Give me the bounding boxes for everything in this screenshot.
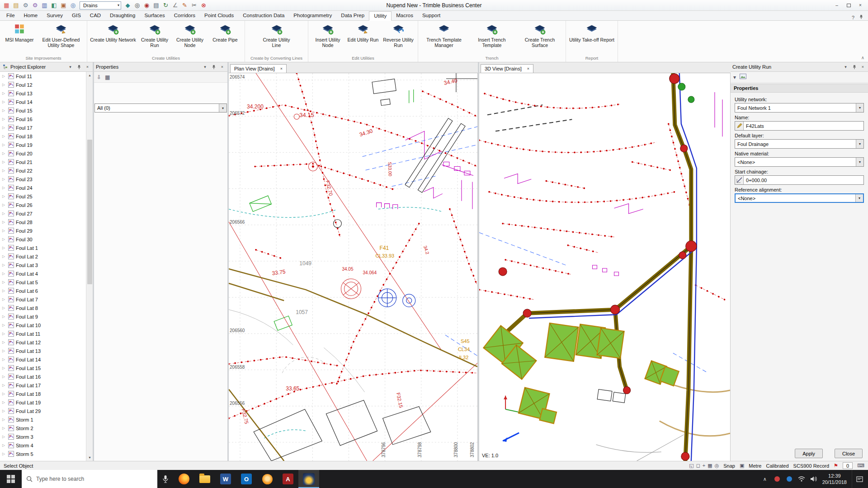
pin-icon[interactable]	[210, 65, 217, 70]
expander-icon[interactable]: ▷	[2, 74, 6, 78]
expander-icon[interactable]: ▷	[2, 83, 6, 87]
record-indicator[interactable]: SCS900 Record	[793, 463, 830, 469]
qat-import-icon[interactable]: ◧	[50, 1, 58, 9]
tab-draughting[interactable]: Draughting	[105, 11, 140, 20]
tab-gis[interactable]: GIS	[67, 11, 85, 20]
expander-icon[interactable]: ▷	[2, 220, 6, 224]
expander-icon[interactable]: ▷	[2, 314, 6, 319]
pin-icon[interactable]	[859, 14, 863, 20]
tab-surfaces[interactable]: Surfaces	[140, 11, 169, 20]
qat-tools-icon[interactable]: ⚙	[31, 1, 39, 9]
ribbon-button-msi-manager[interactable]: MSI Manager	[2, 22, 37, 55]
tree-item-foul-lat-17[interactable]: ▷Foul Lat 17	[0, 381, 93, 389]
ribbon-button-reverse-utility-run[interactable]: Reverse Utility Run	[381, 22, 416, 55]
expander-icon[interactable]: ▷	[2, 186, 6, 190]
tree-item-foul-lat-12[interactable]: ▷Foul Lat 12	[0, 338, 93, 347]
tree-item-foul-lat-7[interactable]: ▷Foul Lat 7	[0, 295, 93, 304]
expander-icon[interactable]: ▷	[2, 435, 6, 439]
tree-item-storm-3[interactable]: ▷Storm 3	[0, 432, 93, 441]
tree-item-foul-24[interactable]: ▷Foul 24	[0, 183, 93, 192]
close-icon[interactable]: ×	[280, 66, 283, 71]
tree-item-foul-20[interactable]: ▷Foul 20	[0, 149, 93, 158]
grid-icon[interactable]: ▦	[708, 463, 712, 469]
tree-item-foul-lat-11[interactable]: ▷Foul Lat 11	[0, 329, 93, 338]
tree-item-foul-28[interactable]: ▷Foul 28	[0, 218, 93, 226]
help-icon[interactable]: ?	[852, 15, 854, 20]
tree-item-foul-lat-4[interactable]: ▷Foul Lat 4	[0, 269, 93, 278]
expander-icon[interactable]: ▷	[2, 177, 6, 181]
expander-icon[interactable]: ▷	[2, 375, 6, 379]
tree-scrollbar[interactable]: ▲ ▼	[86, 72, 93, 461]
calibrated-indicator[interactable]: Calibrated	[766, 463, 788, 469]
expander-icon[interactable]: ▷	[2, 117, 6, 121]
tab-data-prep[interactable]: Data Prep	[336, 11, 369, 20]
ribbon-button-create-pipe[interactable]: Create Pipe	[208, 22, 243, 55]
expander-icon[interactable]: ▷	[2, 246, 6, 250]
tab-construction-data[interactable]: Construction Data	[238, 11, 289, 20]
tree-item-foul-lat-2[interactable]: ▷Foul Lat 2	[0, 252, 93, 261]
clock[interactable]: 12:39 20/11/2018	[822, 473, 847, 486]
tree-item-foul-lat-10[interactable]: ▷Foul Lat 10	[0, 321, 93, 329]
expander-icon[interactable]: ▷	[2, 237, 6, 241]
ribbon-button-edit-user-defined-utility-shape[interactable]: Edit User-Defined Utility Shape	[37, 22, 85, 55]
tab-photogrammetry[interactable]: Photogrammetry	[289, 11, 336, 20]
dropdown-native-material[interactable]: <None>▾	[735, 157, 864, 167]
expander-icon[interactable]: ▷	[2, 418, 6, 422]
tab-macros[interactable]: Macros	[392, 11, 418, 20]
chevron-down-icon[interactable]: ▾	[202, 65, 208, 69]
tab-support[interactable]: Support	[418, 11, 445, 20]
tree-item-foul-lat-3[interactable]: ▷Foul Lat 3	[0, 261, 93, 269]
close-icon[interactable]: ×	[859, 65, 866, 69]
close-button[interactable]: ×	[855, 1, 865, 9]
ribbon-button-create-utility-run[interactable]: Create Utility Run	[137, 22, 172, 55]
pin-icon[interactable]	[851, 65, 858, 70]
pin-icon[interactable]	[75, 65, 82, 70]
qat-cut-icon[interactable]: ✂	[190, 1, 198, 9]
notification-center-icon[interactable]	[852, 470, 867, 488]
expander-icon[interactable]: ▷	[2, 323, 6, 327]
three-d-view-canvas[interactable]: VE: 1.0	[479, 73, 731, 461]
keyboard-icon[interactable]: ⌨	[857, 463, 864, 469]
taskbar-app-orange-app[interactable]	[257, 470, 278, 488]
taskbar-app-file-explorer[interactable]	[194, 470, 215, 488]
tab-survey[interactable]: Survey	[42, 11, 67, 20]
expander-icon[interactable]: ▷	[2, 297, 6, 301]
expander-icon[interactable]: ▷	[2, 160, 6, 164]
orbit-icon[interactable]: ◎	[715, 463, 719, 469]
ribbon-button-edit-utility-run[interactable]: Edit Utility Run	[345, 22, 381, 55]
expander-icon[interactable]: ▷	[2, 452, 6, 456]
tree-item-foul-12[interactable]: ▷Foul 12	[0, 80, 93, 89]
expander-icon[interactable]: ▷	[2, 134, 6, 138]
tab-corridors[interactable]: Corridors	[170, 11, 200, 20]
ribbon-button-create-trench-surface[interactable]: Create Trench Surface	[516, 22, 564, 55]
ribbon-button-utility-take-off-report[interactable]: Utility Take-off Report	[568, 22, 616, 55]
options-chevron-icon[interactable]: ▾	[733, 74, 736, 80]
plan-view-canvas[interactable]: 2065742065722065662065602065582065563787…	[229, 73, 478, 461]
expander-icon[interactable]: ▷	[2, 169, 6, 173]
taskbar-search[interactable]: Type here to search	[22, 470, 157, 488]
start-button[interactable]	[0, 470, 22, 488]
tab-file[interactable]: File	[2, 11, 19, 20]
edit-icon[interactable]	[735, 122, 744, 130]
dropdown-default-layer[interactable]: Foul Drainage▾	[735, 139, 864, 149]
tree-item-foul-lat-15[interactable]: ▷Foul Lat 15	[0, 364, 93, 372]
expander-icon[interactable]: ▷	[2, 400, 6, 404]
minimize-button[interactable]: –	[832, 1, 842, 9]
view-filter-dropdown[interactable]: Drains ▾	[80, 1, 121, 9]
expander-icon[interactable]: ▷	[2, 100, 6, 104]
tree-item-foul-17[interactable]: ▷Foul 17	[0, 123, 93, 132]
tree-item-foul-22[interactable]: ▷Foul 22	[0, 166, 93, 175]
ribbon-button-insert-utility-node[interactable]: Insert Utility Node	[310, 22, 345, 55]
flag-icon[interactable]: ⚑	[834, 463, 838, 469]
qat-surface-icon[interactable]: ◆	[123, 1, 132, 9]
taskbar-app-acrobat[interactable]: A	[278, 470, 298, 488]
qat-gear-icon[interactable]: ⚙	[21, 1, 30, 9]
tree-item-foul-lat-13[interactable]: ▷Foul Lat 13	[0, 347, 93, 355]
tree-item-foul-25[interactable]: ▷Foul 25	[0, 192, 93, 201]
tree-item-foul-13[interactable]: ▷Foul 13	[0, 89, 93, 98]
expander-icon[interactable]: ▷	[2, 366, 6, 370]
tab-point-clouds[interactable]: Point Clouds	[200, 11, 238, 20]
tree-item-foul-30[interactable]: ▷Foul 30	[0, 235, 93, 244]
tab-home[interactable]: Home	[19, 11, 42, 20]
chevron-down-icon[interactable]: ▾	[67, 65, 74, 69]
